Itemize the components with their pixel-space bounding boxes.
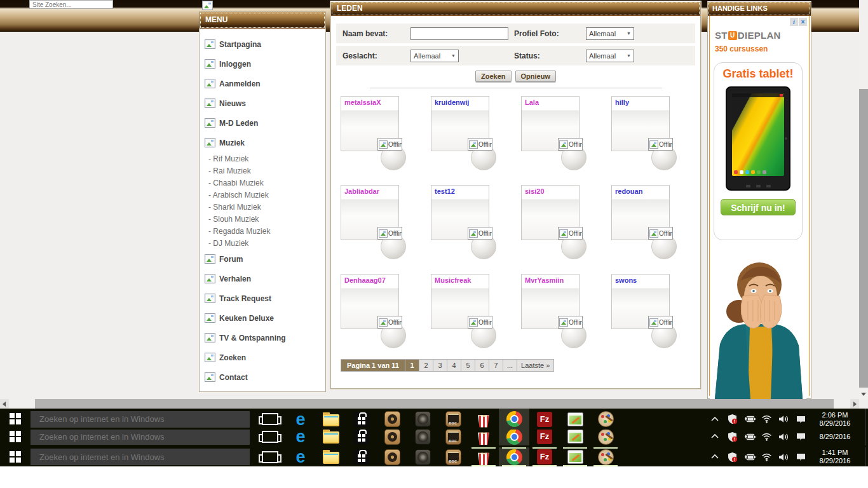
- member-card[interactable]: MvrYasmiin Offline: [521, 274, 580, 329]
- member-card[interactable]: kruidenwij Offline: [431, 96, 489, 151]
- paint-app-button[interactable]: [590, 447, 621, 466]
- store-button[interactable]: [346, 409, 377, 430]
- battery-icon[interactable]: [742, 451, 756, 463]
- scroll-right-arrow[interactable]: [850, 399, 859, 409]
- popcorn-time-button[interactable]: [468, 430, 499, 445]
- audio-app-button[interactable]: [407, 447, 438, 466]
- menu-item[interactable]: Contact: [205, 367, 322, 387]
- chrome-button[interactable]: [499, 430, 529, 445]
- image-editor-button[interactable]: [560, 430, 590, 445]
- pagination-page[interactable]: ...: [503, 360, 517, 371]
- menu-item[interactable]: Startpagina: [205, 34, 322, 54]
- taskbar-search[interactable]: [31, 430, 250, 445]
- member-card[interactable]: redouan Offline: [611, 185, 670, 240]
- menu-item[interactable]: Aanmelden: [205, 74, 322, 93]
- status-select[interactable]: Allemaal ▼: [586, 50, 634, 62]
- hidden-icons-chevron[interactable]: [708, 451, 722, 463]
- menu-subitem[interactable]: - Regadda Muziek: [205, 225, 322, 237]
- clock[interactable]: 8/29/2016: [810, 433, 860, 441]
- media-app-button[interactable]: [377, 447, 407, 466]
- naam-bevat-input[interactable]: [410, 27, 508, 40]
- task-view-button[interactable]: [255, 430, 285, 445]
- pagination-page[interactable]: 2: [419, 360, 433, 371]
- pagination-page[interactable]: 4: [447, 360, 461, 371]
- volume-icon[interactable]: [776, 451, 790, 463]
- taskbar-search-input[interactable]: [31, 449, 250, 465]
- edge-button[interactable]: e: [285, 409, 316, 430]
- vertical-scrollbar-thumb[interactable]: [859, 89, 868, 388]
- member-card[interactable]: hilly Offline: [611, 96, 670, 151]
- opnieuw-button[interactable]: Opnieuw: [515, 71, 556, 82]
- taskbar-search-input[interactable]: [31, 430, 250, 445]
- volume-icon[interactable]: [776, 430, 790, 443]
- pagination-page[interactable]: 6: [475, 360, 489, 371]
- clock[interactable]: 2:06 PM 8/29/2016: [810, 411, 860, 428]
- menu-item[interactable]: Inloggen: [205, 54, 322, 74]
- image-editor-button[interactable]: [560, 447, 590, 466]
- store-button[interactable]: [346, 447, 377, 466]
- member-name[interactable]: swons: [612, 274, 669, 286]
- member-name[interactable]: redouan: [612, 186, 669, 197]
- taskbar-search[interactable]: [31, 411, 250, 428]
- member-name[interactable]: Musicfreak: [431, 274, 489, 286]
- security-shield-icon[interactable]: [725, 451, 739, 463]
- file-explorer-button[interactable]: [316, 430, 346, 445]
- member-card[interactable]: swons Offline: [611, 274, 670, 329]
- battery-icon[interactable]: [742, 430, 756, 443]
- hidden-icons-chevron[interactable]: [708, 430, 722, 443]
- filezilla-button[interactable]: Fz: [529, 447, 560, 466]
- menu-subitem[interactable]: - Rai Muziek: [205, 165, 322, 177]
- doc-app-button[interactable]: DOC: [438, 430, 468, 445]
- member-name[interactable]: kruidenwij: [431, 97, 489, 108]
- menu-item[interactable]: TV & Ontspanning: [205, 328, 322, 348]
- member-card[interactable]: Denhaaag07 Offline: [341, 274, 399, 329]
- vertical-scrollbar[interactable]: [859, 0, 868, 399]
- horizontal-scrollbar-thumb[interactable]: [35, 399, 834, 409]
- action-center-icon[interactable]: [794, 430, 808, 443]
- wifi-icon[interactable]: [759, 430, 773, 443]
- media-app-button[interactable]: [377, 409, 407, 430]
- member-name[interactable]: Denhaaag07: [341, 274, 398, 286]
- store-button[interactable]: [346, 430, 377, 445]
- member-name[interactable]: Lala: [522, 97, 579, 108]
- file-explorer-button[interactable]: [316, 447, 346, 466]
- media-app-button[interactable]: [377, 430, 407, 445]
- start-button[interactable]: [0, 430, 31, 445]
- file-explorer-button[interactable]: [316, 409, 346, 430]
- paint-app-button[interactable]: [590, 409, 621, 430]
- menu-item[interactable]: Forum: [205, 249, 322, 269]
- pagination-page[interactable]: 1: [405, 360, 419, 371]
- volume-icon[interactable]: [776, 413, 790, 426]
- zoeken-button[interactable]: Zoeken: [475, 71, 512, 82]
- show-desktop-button[interactable]: [865, 409, 868, 430]
- menu-item[interactable]: Verhalen: [205, 269, 322, 288]
- battery-icon[interactable]: [742, 413, 756, 426]
- clock[interactable]: 1:41 PM 8/29/2016: [810, 449, 860, 465]
- scroll-down-arrow[interactable]: [859, 389, 868, 399]
- member-card[interactable]: Jabliabdar Offline: [341, 185, 399, 240]
- menu-item[interactable]: Track Request: [205, 288, 322, 308]
- task-view-button[interactable]: [255, 409, 285, 430]
- member-name[interactable]: MvrYasmiin: [522, 274, 579, 286]
- menu-item[interactable]: Muziek: [205, 133, 322, 152]
- chrome-button[interactable]: [499, 447, 529, 466]
- menu-subitem[interactable]: - Sharki Muziek: [205, 201, 322, 213]
- pagination-page[interactable]: 3: [433, 360, 447, 371]
- site-search-input[interactable]: [29, 0, 113, 9]
- member-name[interactable]: hilly: [612, 97, 669, 108]
- action-center-icon[interactable]: [794, 451, 808, 463]
- security-shield-icon[interactable]: [725, 430, 739, 443]
- ad-cta-button[interactable]: Schrijf nu in!: [721, 199, 796, 215]
- doc-app-button[interactable]: DOC: [438, 447, 468, 466]
- hidden-icons-chevron[interactable]: [708, 413, 722, 426]
- edge-button[interactable]: e: [285, 447, 316, 466]
- start-button[interactable]: [0, 447, 31, 466]
- task-view-button[interactable]: [255, 447, 285, 466]
- paint-app-button[interactable]: [590, 430, 621, 445]
- profiel-foto-select[interactable]: Allemaal ▼: [586, 27, 634, 40]
- member-name[interactable]: sisi20: [522, 186, 579, 197]
- audio-app-button[interactable]: [407, 430, 438, 445]
- pagination-page[interactable]: 5: [461, 360, 475, 371]
- ad-close-icon[interactable]: ×: [799, 18, 807, 26]
- chrome-button[interactable]: [499, 409, 529, 430]
